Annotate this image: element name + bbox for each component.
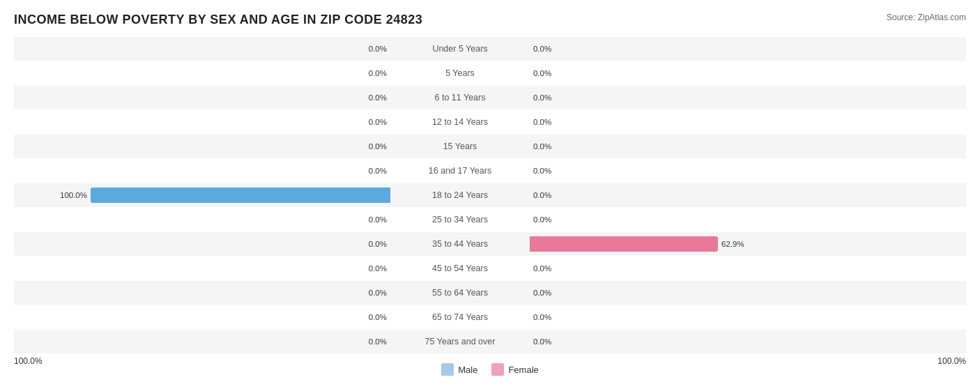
female-value: 0.0% [533,264,551,273]
male-value: 0.0% [369,93,387,102]
male-bar-wrap: 0.0% [369,142,390,151]
row-label: 18 to 24 Years [390,190,530,200]
male-bar-wrap: 100.0% [60,188,390,203]
female-bar-wrap: 0.0% [530,167,551,175]
female-bar [530,236,718,252]
male-value: 0.0% [369,264,387,273]
chart-row: 0.0% 75 Years and over 0.0% [14,330,966,353]
male-value: 0.0% [369,167,387,175]
male-side: 0.0% [14,240,390,248]
legend-male-label: Male [458,365,477,375]
male-value: 0.0% [369,337,387,346]
male-side: 0.0% [14,337,390,346]
female-bar-wrap: 0.0% [530,264,551,273]
legend-male-box [441,363,454,376]
female-side: 62.9% [530,236,906,252]
legend: Male Female [441,363,539,376]
chart-row: 0.0% 12 to 14 Years 0.0% [14,110,966,134]
female-bar-wrap: 0.0% [530,313,551,321]
male-side: 0.0% [14,93,390,102]
female-value: 0.0% [533,142,551,151]
female-side: 0.0% [530,289,906,297]
male-bar-wrap: 0.0% [369,337,390,346]
male-side: 0.0% [14,142,390,151]
footer-right: 100.0% [937,356,966,376]
female-bar-wrap: 62.9% [530,236,744,252]
row-label: 5 Years [390,68,530,78]
chart-row: 0.0% 16 and 17 Years 0.0% [14,159,966,183]
female-side: 0.0% [530,167,906,175]
chart-row: 0.0% 65 to 74 Years 0.0% [14,305,966,329]
female-value: 62.9% [721,240,744,248]
female-bar-wrap: 0.0% [530,337,551,346]
male-side: 100.0% [14,188,390,203]
chart-title: INCOME BELOW POVERTY BY SEX AND AGE IN Z… [14,13,422,27]
female-bar-wrap: 0.0% [530,93,551,102]
female-value: 0.0% [533,289,551,297]
chart-row: 0.0% 55 to 64 Years 0.0% [14,281,966,305]
male-value: 100.0% [60,191,87,199]
female-side: 0.0% [530,191,906,199]
chart-row: 0.0% 15 Years 0.0% [14,135,966,158]
row-label: 12 to 14 Years [390,117,530,127]
male-bar-wrap: 0.0% [369,264,390,273]
footer-row: 100.0% Male Female 100.0% [14,356,966,376]
chart-row: 0.0% 35 to 44 Years 62.9% [14,232,966,256]
female-value: 0.0% [533,215,551,224]
row-label: 55 to 64 Years [390,288,530,298]
male-side: 0.0% [14,289,390,297]
male-side: 0.0% [14,118,390,126]
female-bar-wrap: 0.0% [530,191,551,199]
row-label: 35 to 44 Years [390,239,530,249]
male-bar-wrap: 0.0% [369,167,390,175]
female-side: 0.0% [530,118,906,126]
female-side: 0.0% [530,142,906,151]
row-label: 25 to 34 Years [390,215,530,224]
row-label: Under 5 Years [390,44,530,54]
male-value: 0.0% [369,69,387,77]
male-bar-wrap: 0.0% [369,289,390,297]
male-bar-wrap: 0.0% [369,93,390,102]
female-value: 0.0% [533,93,551,102]
male-value: 0.0% [369,240,387,248]
female-side: 0.0% [530,264,906,273]
male-bar [91,188,390,203]
male-side: 0.0% [14,264,390,273]
legend-male: Male [441,363,477,376]
male-bar-wrap: 0.0% [369,215,390,224]
female-side: 0.0% [530,93,906,102]
female-value: 0.0% [533,69,551,77]
female-bar-wrap: 0.0% [530,215,551,224]
legend-female-box [491,363,504,376]
legend-female: Female [491,363,538,376]
female-value: 0.0% [533,118,551,126]
row-label: 16 and 17 Years [390,166,530,176]
female-side: 0.0% [530,215,906,224]
row-label: 45 to 54 Years [390,264,530,273]
female-bar-wrap: 0.0% [530,118,551,126]
male-bar-wrap: 0.0% [369,240,390,248]
chart-row: 0.0% 6 to 11 Years 0.0% [14,86,966,109]
female-bar-wrap: 0.0% [530,45,551,53]
male-bar-wrap: 0.0% [369,118,390,126]
female-value: 0.0% [533,337,551,346]
footer-left: 100.0% [14,356,43,376]
female-value: 0.0% [533,191,551,199]
male-value: 0.0% [369,118,387,126]
row-label: 75 Years and over [390,337,530,346]
chart-rows-wrapper: 0.0% Under 5 Years 0.0% 0.0% 5 Years [14,37,966,353]
male-side: 0.0% [14,45,390,53]
female-value: 0.0% [533,45,551,53]
female-bar-wrap: 0.0% [530,289,551,297]
male-value: 0.0% [369,45,387,53]
male-bar-wrap: 0.0% [369,45,390,53]
female-value: 0.0% [533,167,551,175]
row-label: 6 to 11 Years [390,93,530,102]
chart-container: INCOME BELOW POVERTY BY SEX AND AGE IN Z… [0,0,980,389]
male-bar-wrap: 0.0% [369,313,390,321]
row-label: 15 Years [390,142,530,151]
male-value: 0.0% [369,142,387,151]
male-side: 0.0% [14,215,390,224]
chart-header: INCOME BELOW POVERTY BY SEX AND AGE IN Z… [14,13,966,27]
male-side: 0.0% [14,313,390,321]
